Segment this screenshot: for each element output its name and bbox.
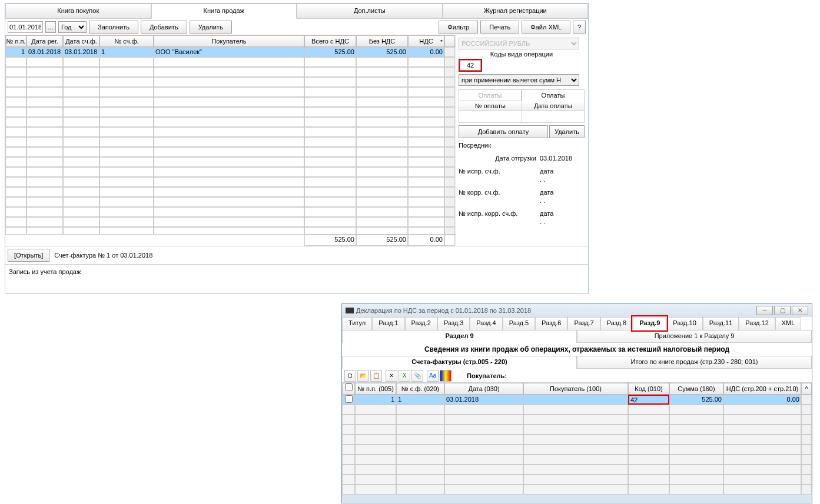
col-total[interactable]: Всего с НДС <box>304 35 356 47</box>
col-date-reg[interactable]: Дата рег. <box>26 35 63 47</box>
grid-row-empty[interactable] <box>5 127 456 137</box>
tab-additional-sheets[interactable]: Доп.листы <box>297 4 443 18</box>
col-date-sf[interactable]: Дата сч.ф. <box>63 35 99 47</box>
tab-razd5[interactable]: Разд.5 <box>503 317 535 330</box>
add-payment-button[interactable]: Добавить оплату <box>459 125 548 138</box>
currency-select[interactable]: РОССИЙСКИЙ РУБЛЬ <box>459 38 579 49</box>
tab-razd9[interactable]: Разд.9 <box>633 317 666 330</box>
color-icon[interactable] <box>440 370 452 382</box>
excel-icon[interactable]: X <box>399 370 410 382</box>
col-num-sf[interactable]: № сч.ф. <box>99 35 154 47</box>
tab-razd8[interactable]: Разд.8 <box>600 317 633 330</box>
opcode-desc-select[interactable]: при применении вычетов сумм Н <box>459 74 579 86</box>
tab-razd6[interactable]: Разд.6 <box>535 317 567 330</box>
col-vat[interactable]: НДС <box>408 35 444 47</box>
tab-razd1[interactable]: Разд.1 <box>372 317 404 330</box>
grid2-row-empty[interactable] <box>342 485 812 495</box>
grid-row-empty[interactable] <box>5 117 456 127</box>
grid-row-empty[interactable] <box>5 57 456 67</box>
open-button[interactable]: [Открыть] <box>8 249 49 262</box>
grid2-row-empty[interactable] <box>342 475 812 485</box>
grid2-row-empty[interactable] <box>342 435 812 445</box>
col2-sum[interactable]: Сумма (160) <box>669 383 723 395</box>
tab-razd3[interactable]: Разд.3 <box>437 317 470 330</box>
grid2-row-empty[interactable] <box>342 445 812 455</box>
delete-icon[interactable]: ✕ <box>386 370 397 382</box>
subtab-section9[interactable]: Раздел 9 <box>342 330 577 343</box>
col2-buyer[interactable]: Покупатель (100) <box>523 383 628 395</box>
grid2-row[interactable]: 1 1 03.01.2018 42 525.00 0.00 <box>342 395 812 405</box>
tab-razd2[interactable]: Разд.2 <box>405 317 437 330</box>
maximize-button[interactable]: ▢ <box>774 306 791 315</box>
grid2-row-empty[interactable] <box>342 455 812 465</box>
minimize-button[interactable]: ─ <box>756 306 773 315</box>
col2-nds[interactable]: НДС (стр.200 + стр.210) <box>723 383 801 395</box>
tab-xml[interactable]: XML <box>775 317 802 330</box>
grid-row-empty[interactable] <box>5 147 456 157</box>
font-icon[interactable]: Aa <box>427 370 439 382</box>
add-button[interactable]: Добавить <box>141 21 187 34</box>
col2-sf[interactable]: № с.ф. (020) <box>396 383 444 395</box>
grid-row-empty[interactable] <box>5 67 456 77</box>
grid2-row-empty[interactable] <box>342 465 812 475</box>
tab-razd12[interactable]: Разд.12 <box>739 317 775 330</box>
select-all-checkbox[interactable] <box>345 383 353 391</box>
tab-sales-book[interactable]: Книга продаж <box>151 4 297 19</box>
period-select[interactable]: Год <box>58 21 87 33</box>
grid-row-empty[interactable] <box>5 207 456 217</box>
col-buyer[interactable]: Покупатель <box>154 35 304 47</box>
grid-row-empty[interactable] <box>5 177 456 187</box>
subsubtab-invoices[interactable]: Счета-фактуры (стр.005 - 220) <box>342 356 577 369</box>
subtab-appendix1[interactable]: Приложение 1 к Разделу 9 <box>577 330 812 343</box>
grid-row-empty[interactable] <box>5 97 456 107</box>
help-button[interactable]: ? <box>573 21 586 34</box>
pay-tab-2[interactable]: Оплаты <box>522 89 585 101</box>
col2-date[interactable]: Дата (030) <box>444 383 523 395</box>
grid-row-empty[interactable] <box>5 197 456 207</box>
grid2-row-empty[interactable] <box>342 415 812 425</box>
delete-button[interactable]: Удалить <box>190 21 232 34</box>
open-icon[interactable]: 📂 <box>357 370 369 382</box>
tab-razd4[interactable]: Разд.4 <box>470 317 502 330</box>
subsubtab-totals[interactable]: Итого по книге продаж (стр.230 - 280; 00… <box>577 356 812 369</box>
fill-button[interactable]: Заполнить <box>89 21 138 34</box>
grid2-row-empty[interactable] <box>342 425 812 435</box>
delete-payment-button[interactable]: Удалить <box>549 125 585 138</box>
print-button[interactable]: Печать <box>480 21 519 34</box>
grid-row[interactable]: 1 03.01.2018 03.01.2018 1 ООО "Василек" … <box>5 47 456 57</box>
pay-grid-body[interactable] <box>459 111 585 123</box>
grid-row-empty[interactable] <box>5 217 456 227</box>
tab-titul[interactable]: Титул <box>342 317 372 330</box>
grid-row-empty[interactable] <box>5 77 456 87</box>
grid2-row-empty[interactable] <box>342 405 812 415</box>
date-from-input[interactable] <box>8 21 43 33</box>
opcode-input[interactable] <box>460 60 481 71</box>
col2-num[interactable]: № п.п. (005) <box>355 383 396 395</box>
date-picker-button[interactable]: ... <box>45 21 56 33</box>
tab-registration-journal[interactable]: Журнал регистрации <box>443 4 589 18</box>
copy-icon[interactable]: 📋 <box>370 370 382 382</box>
grid-row-empty[interactable] <box>5 87 456 97</box>
new-icon[interactable]: 🗋 <box>344 370 356 382</box>
grid-row-empty[interactable] <box>5 157 456 167</box>
filter-button[interactable]: Фильтр <box>439 21 478 34</box>
sales-book-window: Книга покупок Книга продаж Доп.листы Жур… <box>5 3 589 294</box>
grid-row-empty[interactable] <box>5 137 456 147</box>
col2-check[interactable] <box>342 383 355 395</box>
row-checkbox[interactable] <box>345 395 353 403</box>
xml-button[interactable]: Файл XML <box>522 21 570 34</box>
grid-row-empty[interactable] <box>5 227 456 234</box>
grid-row-empty[interactable] <box>5 187 456 197</box>
paste-icon[interactable]: 📎 <box>411 370 423 382</box>
tab-razd10[interactable]: Разд.10 <box>666 317 702 330</box>
grid-row-empty[interactable] <box>5 167 456 177</box>
tab-purchase-book[interactable]: Книга покупок <box>5 4 151 18</box>
grid-row-empty[interactable] <box>5 107 456 117</box>
col-num[interactable]: № п.п. <box>5 35 26 47</box>
tab-razd11[interactable]: Разд.11 <box>703 317 739 330</box>
titlebar[interactable]: Декларация по НДС за период с 01.01.2018… <box>342 304 812 317</box>
col-no-vat[interactable]: Без НДС <box>356 35 408 47</box>
col2-code[interactable]: Код (010) <box>628 383 669 395</box>
tab-razd7[interactable]: Разд.7 <box>567 317 600 330</box>
close-button[interactable]: ✕ <box>792 306 808 315</box>
